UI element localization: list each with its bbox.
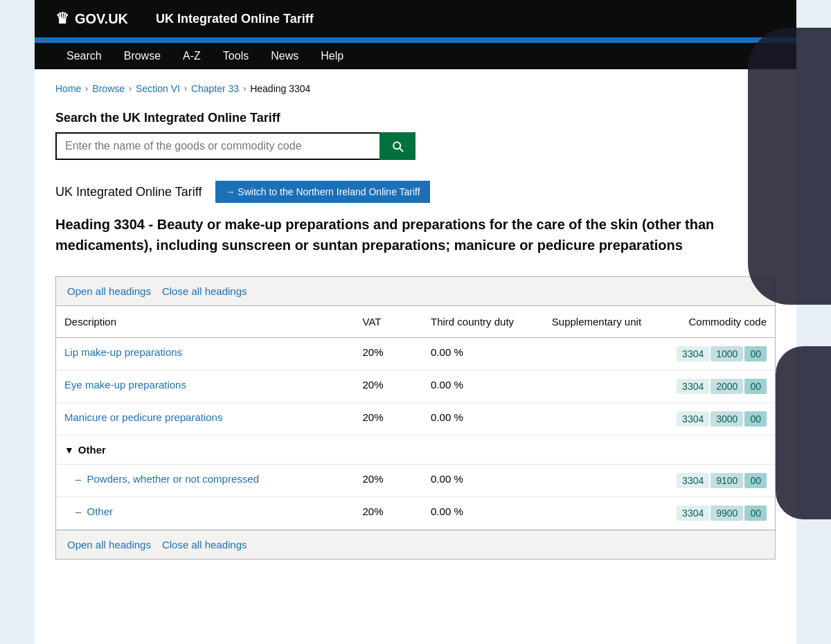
bg-shape-right — [776, 346, 831, 519]
breadcrumb-home[interactable]: Home — [55, 83, 81, 94]
description-link[interactable]: Lip make-up preparations — [64, 346, 182, 358]
code-chip[interactable]: 3304 — [677, 473, 709, 488]
row-commodity-code: 3304910000 — [668, 465, 775, 497]
table-row: Eye make-up preparations 20% 0.00 % 3304… — [56, 370, 775, 403]
breadcrumb-sep-3: › — [184, 84, 187, 93]
row-vat: 20% — [355, 465, 423, 497]
code-chip[interactable]: 3304 — [677, 346, 709, 361]
row-supp-unit — [544, 403, 668, 436]
ni-switch-button[interactable]: → Switch to the Northern Ireland Online … — [215, 181, 429, 203]
row-commodity-code: 3304100000 — [668, 338, 775, 370]
breadcrumb-browse[interactable]: Browse — [92, 83, 125, 94]
col-description: Description — [56, 306, 355, 338]
category-label: Other — [78, 444, 106, 456]
table-bottom-controls: Open all headings Close all headings — [56, 530, 775, 559]
row-description: Lip make-up preparations — [56, 338, 355, 370]
code-chip[interactable]: 9100 — [711, 473, 743, 488]
close-all-headings-top[interactable]: Close all headings — [162, 285, 247, 297]
breadcrumb: Home › Browse › Section VI › Chapter 33 … — [55, 83, 776, 94]
row-description: Manicure or pedicure preparations — [56, 403, 355, 436]
row-supp-unit — [544, 497, 668, 530]
description-link[interactable]: Manicure or pedicure preparations — [64, 411, 222, 423]
table-top-controls: Open all headings Close all headings — [56, 277, 775, 306]
breadcrumb-sep-4: › — [243, 84, 246, 93]
nav-az[interactable]: A-Z — [172, 43, 212, 69]
row-vat: 20% — [355, 497, 423, 530]
table-row: – Other 20% 0.00 % 3304990000 — [56, 497, 775, 530]
code-chip[interactable]: 00 — [744, 411, 767, 427]
heading-title: Heading 3304 - Beauty or make-up prepara… — [55, 214, 776, 256]
code-chip[interactable]: 3304 — [677, 379, 709, 394]
description-link[interactable]: Eye make-up preparations — [64, 379, 186, 391]
code-chip[interactable]: 3304 — [677, 506, 709, 521]
main-nav: Search Browse A-Z Tools News Help — [35, 43, 796, 69]
header-title: UK Integrated Online Tariff — [156, 12, 314, 26]
category-cell: ▼ Other — [56, 436, 775, 465]
gov-logo[interactable]: ♛ GOV.UK — [55, 10, 128, 28]
row-vat: 20% — [355, 338, 423, 370]
code-chip[interactable]: 3000 — [711, 411, 743, 427]
col-supp-unit: Supplementary unit — [544, 306, 668, 338]
nav-browse[interactable]: Browse — [113, 43, 172, 69]
collapse-arrow-icon[interactable]: ▼ — [64, 445, 74, 456]
search-button[interactable] — [379, 132, 416, 160]
row-supp-unit — [544, 465, 668, 497]
tariff-title-text: UK Integrated Online Tariff — [55, 185, 202, 199]
open-all-headings-top[interactable]: Open all headings — [67, 285, 151, 297]
table-row: Lip make-up preparations 20% 0.00 % 3304… — [56, 338, 775, 370]
row-commodity-code: 3304300000 — [668, 403, 775, 436]
breadcrumb-sep-2: › — [129, 84, 132, 93]
nav-tools[interactable]: Tools — [212, 43, 260, 69]
table-wrapper: Open all headings Close all headings Des… — [55, 276, 776, 560]
code-chip[interactable]: 00 — [744, 473, 767, 488]
sub-dash: – — [75, 473, 81, 485]
row-supp-unit — [544, 338, 668, 370]
row-vat: 20% — [355, 370, 423, 403]
close-all-headings-bottom[interactable]: Close all headings — [162, 539, 247, 551]
table-row: – Powders, whether or not compressed 20%… — [56, 465, 775, 497]
breadcrumb-chapter[interactable]: Chapter 33 — [191, 83, 239, 94]
col-commodity-code: Commodity code — [668, 306, 775, 338]
row-duty: 0.00 % — [422, 497, 544, 530]
page-wrapper: ♛ GOV.UK UK Integrated Online Tariff Sea… — [35, 0, 796, 644]
crown-icon: ♛ — [55, 10, 69, 28]
row-duty: 0.00 % — [422, 465, 544, 497]
row-commodity-code: 3304990000 — [668, 497, 775, 530]
header-blue-bar — [35, 37, 796, 43]
sub-dash: – — [75, 506, 81, 517]
bg-shape-left — [748, 28, 831, 305]
description-link[interactable]: Other — [87, 506, 114, 517]
row-commodity-code: 3304200000 — [668, 370, 775, 403]
row-description: – Powders, whether or not compressed — [56, 465, 355, 497]
table-header-row: Description VAT Third country duty Suppl… — [56, 306, 775, 338]
nav-news[interactable]: News — [260, 43, 310, 69]
site-header: ♛ GOV.UK UK Integrated Online Tariff Sea… — [35, 0, 796, 69]
breadcrumb-section[interactable]: Section VI — [136, 83, 180, 94]
code-chip[interactable]: 9900 — [711, 506, 743, 521]
nav-search[interactable]: Search — [55, 43, 113, 69]
row-supp-unit — [544, 370, 668, 403]
gov-logo-text: GOV.UK — [75, 11, 128, 27]
code-chip[interactable]: 00 — [744, 346, 767, 361]
open-all-headings-bottom[interactable]: Open all headings — [67, 539, 151, 551]
breadcrumb-current: Heading 3304 — [250, 83, 310, 94]
row-duty: 0.00 % — [422, 403, 544, 436]
tariff-table: Description VAT Third country duty Suppl… — [56, 306, 775, 530]
code-chip[interactable]: 00 — [744, 506, 767, 521]
search-icon — [391, 139, 404, 153]
code-chip[interactable]: 3304 — [677, 411, 709, 427]
row-duty: 0.00 % — [422, 338, 544, 370]
code-chip[interactable]: 00 — [744, 379, 767, 394]
nav-help[interactable]: Help — [310, 43, 355, 69]
search-form — [55, 132, 416, 160]
main-content: Home › Browse › Section VI › Chapter 33 … — [35, 69, 796, 587]
code-chip[interactable]: 2000 — [711, 379, 743, 394]
tariff-header: UK Integrated Online Tariff → Switch to … — [55, 181, 776, 203]
code-chip[interactable]: 1000 — [711, 346, 743, 361]
breadcrumb-sep-1: › — [85, 84, 88, 93]
row-vat: 20% — [355, 403, 423, 436]
description-link[interactable]: Powders, whether or not compressed — [87, 473, 259, 485]
search-input[interactable] — [55, 132, 379, 160]
col-duty: Third country duty — [422, 306, 544, 338]
col-vat: VAT — [355, 306, 423, 338]
